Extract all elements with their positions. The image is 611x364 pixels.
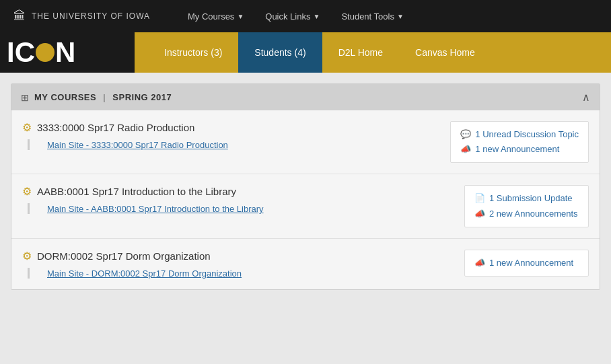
my-courses-panel: ⊞ MY COURSES | SPRING 2017 ∧ ⚙3333:0000 … — [11, 83, 600, 290]
notif-text-0-1[interactable]: 1 new Announcement — [475, 143, 559, 155]
university-icon: 🏛 — [13, 9, 26, 24]
course-notifications-1: 📄1 Submission Update📣2 new Announcements — [464, 185, 589, 227]
notif-box-1: 📄1 Submission Update📣2 new Announcements — [464, 185, 589, 227]
course-gear-icon-2: ⚙ — [22, 250, 32, 262]
course-link-2[interactable]: Main Site - DORM:0002 Spr17 Dorm Organiz… — [47, 268, 242, 279]
top-nav-links: My Courses ▼ Quick Links ▼ Student Tools… — [177, 0, 415, 32]
top-navbar: 🏛 The University of Iowa My Courses ▼ Qu… — [0, 0, 611, 32]
icon-navigation: Instructors (3) Students (4) D2L Home Ca… — [135, 32, 611, 73]
course-item: ⚙DORM:0002 Spr17 Dorm OrganizationMain S… — [11, 239, 600, 289]
tab-canvas-home[interactable]: Canvas Home — [399, 32, 491, 73]
course-name-text-1: AABB:0001 Spr17 Introduction to the Libr… — [37, 186, 236, 197]
icon-header: ICN Instructors (3) Students (4) D2L Hom… — [0, 32, 611, 73]
course-name-0: ⚙3333:0000 Spr17 Radio Production — [22, 121, 437, 134]
course-name-text-0: 3333:0000 Spr17 Radio Production — [37, 122, 194, 133]
course-notifications-2: 📣1 new Announcement — [464, 250, 589, 277]
course-notifications-0: 💬1 Unread Discussion Topic📣1 new Announc… — [450, 121, 589, 163]
quick-links-nav[interactable]: Quick Links ▼ — [254, 0, 330, 32]
grid-icon: ⊞ — [21, 92, 29, 103]
notif-row-2-0: 📣1 new Announcement — [474, 257, 579, 269]
notif-icon-megaphone: 📣 — [474, 258, 485, 268]
tab-students[interactable]: Students (4) — [238, 32, 322, 73]
my-courses-nav[interactable]: My Courses ▼ — [177, 0, 254, 32]
quick-links-dropdown-arrow: ▼ — [313, 13, 320, 20]
course-gear-icon-1: ⚙ — [22, 185, 32, 198]
course-left-1: ⚙AABB:0001 Spr17 Introduction to the Lib… — [22, 185, 451, 214]
main-content: ⊞ MY COURSES | SPRING 2017 ∧ ⚙3333:0000 … — [0, 73, 611, 301]
course-left-0: ⚙3333:0000 Spr17 Radio ProductionMain Si… — [22, 121, 437, 150]
university-name: The University of Iowa — [32, 11, 150, 21]
notif-icon-megaphone: 📣 — [460, 144, 471, 154]
notif-box-2: 📣1 new Announcement — [464, 250, 589, 277]
course-link-1[interactable]: Main Site - AABB:0001 Spr17 Introduction… — [47, 204, 264, 214]
panel-title: MY COURSES | SPRING 2017 — [34, 92, 172, 102]
tab-d2l-home[interactable]: D2L Home — [322, 32, 399, 73]
course-name-2: ⚙DORM:0002 Spr17 Dorm Organization — [22, 250, 451, 262]
notif-row-1-0: 📄1 Submission Update — [474, 192, 579, 205]
tab-instructors[interactable]: Instructors (3) — [148, 32, 238, 73]
course-link-container-0: Main Site - 3333:0000 Spr17 Radio Produc… — [28, 139, 437, 150]
notif-text-2-0[interactable]: 1 new Announcement — [489, 257, 573, 269]
notif-icon-megaphone: 📣 — [474, 209, 485, 219]
notif-text-0-0[interactable]: 1 Unread Discussion Topic — [475, 129, 579, 141]
course-link-0[interactable]: Main Site - 3333:0000 Spr17 Radio Produc… — [47, 140, 228, 150]
notif-icon-bubble: 💬 — [460, 129, 471, 139]
notif-row-1-1: 📣2 new Announcements — [474, 208, 579, 220]
student-tools-nav[interactable]: Student Tools ▼ — [330, 0, 414, 32]
course-list: ⚙3333:0000 Spr17 Radio ProductionMain Si… — [11, 110, 600, 289]
icon-logo-text: ICN — [7, 38, 75, 67]
notif-row-0-0: 💬1 Unread Discussion Topic — [460, 129, 579, 141]
icon-logo: ICN — [0, 38, 135, 67]
notif-row-0-1: 📣1 new Announcement — [460, 143, 579, 155]
course-item: ⚙3333:0000 Spr17 Radio ProductionMain Si… — [11, 110, 600, 174]
course-left-2: ⚙DORM:0002 Spr17 Dorm OrganizationMain S… — [22, 250, 451, 279]
course-link-container-2: Main Site - DORM:0002 Spr17 Dorm Organiz… — [28, 268, 451, 279]
notif-icon-doc: 📄 — [474, 193, 485, 203]
university-logo: 🏛 The University of Iowa — [13, 9, 150, 24]
course-name-1: ⚙AABB:0001 Spr17 Introduction to the Lib… — [22, 185, 451, 198]
my-courses-dropdown-arrow: ▼ — [237, 13, 244, 20]
student-tools-dropdown-arrow: ▼ — [397, 13, 404, 20]
collapse-panel-button[interactable]: ∧ — [582, 91, 590, 104]
panel-header: ⊞ MY COURSES | SPRING 2017 ∧ — [11, 84, 600, 110]
course-item: ⚙AABB:0001 Spr17 Introduction to the Lib… — [11, 174, 600, 238]
course-gear-icon-0: ⚙ — [22, 121, 32, 134]
panel-header-left: ⊞ MY COURSES | SPRING 2017 — [21, 92, 172, 103]
notif-text-1-1[interactable]: 2 new Announcements — [489, 208, 578, 220]
course-name-text-2: DORM:0002 Spr17 Dorm Organization — [37, 250, 211, 262]
course-link-container-1: Main Site - AABB:0001 Spr17 Introduction… — [28, 203, 451, 214]
icon-o-circle — [36, 43, 55, 62]
notif-box-0: 💬1 Unread Discussion Topic📣1 new Announc… — [450, 121, 589, 163]
notif-text-1-0[interactable]: 1 Submission Update — [489, 192, 573, 205]
